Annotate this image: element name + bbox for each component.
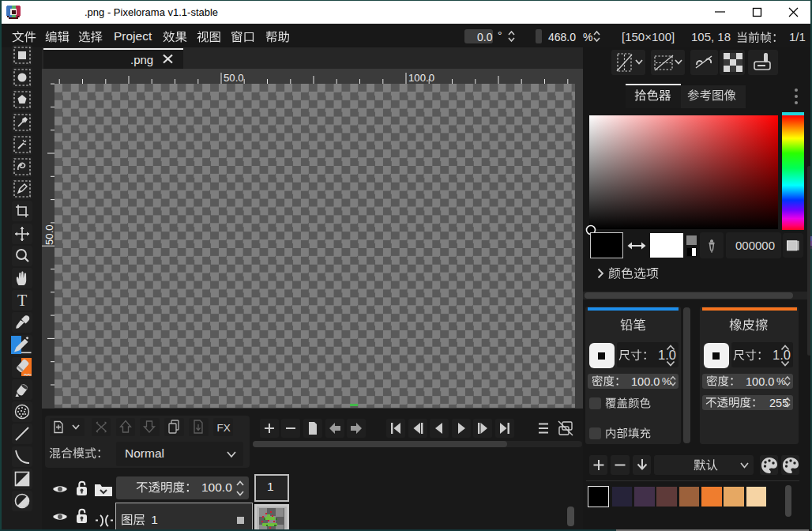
svg-text:T: T <box>17 292 26 309</box>
